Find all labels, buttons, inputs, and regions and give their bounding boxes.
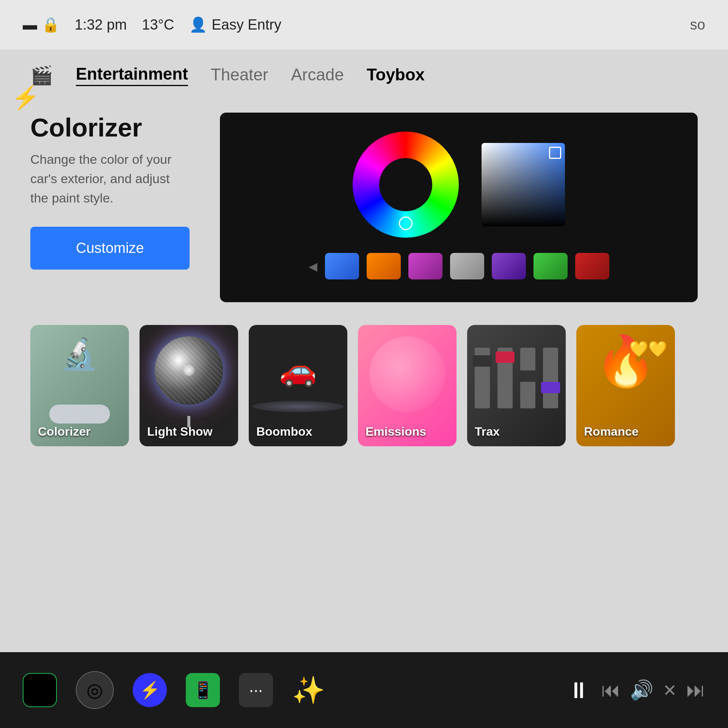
color-picker-controls xyxy=(239,132,679,238)
car-glow xyxy=(253,401,344,412)
bluetooth-logo: ⚡ xyxy=(140,680,160,700)
colorizer-description: Change the color of your car's exterior,… xyxy=(30,150,190,208)
app-label-colorizer: Colorizer xyxy=(38,425,91,439)
colorizer-title: Colorizer xyxy=(30,113,190,142)
car-icon: 🚗 xyxy=(279,353,317,388)
person-icon: 👤 xyxy=(189,16,207,33)
taskbar: ♫ ◎ ⚡ 📱 ··· ✨ ⏸ ⏮ 🔊 ✕ ⏭ xyxy=(0,652,728,728)
swatch-silver[interactable] xyxy=(450,253,484,279)
color-wheel-inner xyxy=(379,158,432,211)
lock-icon: 🔒 xyxy=(42,16,60,33)
slider-track-1 xyxy=(475,348,490,408)
swatch-green[interactable] xyxy=(533,253,568,279)
colorizer-section: Colorizer Change the color of your car's… xyxy=(0,97,728,317)
easy-entry-display: 👤 Easy Entry xyxy=(189,16,281,33)
star-logo: ✨ xyxy=(292,675,325,705)
green-app-icon[interactable]: 📱 xyxy=(186,673,220,707)
color-picker-preview: ◀ xyxy=(220,113,698,302)
mute-x-icon[interactable]: ✕ xyxy=(663,681,677,700)
slider-handle-4[interactable] xyxy=(541,382,560,393)
swatch-red[interactable] xyxy=(575,253,609,279)
disco-ball xyxy=(155,336,223,405)
color-swatches: ◀ xyxy=(309,253,609,279)
app-card-emissions[interactable]: Emissions xyxy=(358,325,457,446)
app-label-lightshow: Light Show xyxy=(147,425,212,439)
colorizer-card-icon: 🔬 xyxy=(61,336,99,372)
colorizer-info: Colorizer Change the color of your car's… xyxy=(30,113,190,270)
colorizer-card-blob xyxy=(49,405,110,424)
color-wheel[interactable] xyxy=(353,132,459,238)
customize-button[interactable]: Customize xyxy=(30,227,190,270)
taskbar-right: ⏸ ⏮ 🔊 ✕ ⏭ xyxy=(567,677,705,703)
spotify-icon[interactable]: ♫ xyxy=(23,673,57,707)
slider-handle-2[interactable] xyxy=(496,351,515,363)
status-right: so xyxy=(690,17,705,33)
slider-handle-3[interactable] xyxy=(518,370,537,382)
nav-tabs: 🎬 Entertainment Theater Arcade Toybox xyxy=(0,49,728,97)
trax-sliders xyxy=(475,333,558,408)
apps-section: 🔬 Colorizer Light Show 🚗 Boombox xyxy=(0,317,728,469)
swatch-blue[interactable] xyxy=(325,253,359,279)
app-label-emissions: Emissions xyxy=(366,425,426,439)
lightning-icon: ⚡ xyxy=(11,84,40,111)
dots-logo: ··· xyxy=(249,681,263,700)
app-card-boombox[interactable]: 🚗 Boombox xyxy=(249,325,347,446)
app-card-trax[interactable]: Trax xyxy=(467,325,566,446)
tab-toybox[interactable]: Toybox xyxy=(367,65,425,86)
color-wheel-handle[interactable] xyxy=(399,217,413,230)
swatches-arrow[interactable]: ◀ xyxy=(309,260,317,273)
app-card-colorizer[interactable]: 🔬 Colorizer xyxy=(30,325,129,446)
next-button[interactable]: ⏭ xyxy=(686,679,705,701)
star-icon[interactable]: ✨ xyxy=(292,675,325,706)
slider-track-3 xyxy=(520,348,535,408)
app-label-trax: Trax xyxy=(475,425,500,439)
dots-icon[interactable]: ··· xyxy=(239,673,273,707)
play-button[interactable]: ⏸ xyxy=(567,677,590,703)
mobilog-logo: ◎ xyxy=(86,679,103,701)
slider-handle-1[interactable] xyxy=(473,355,492,367)
main-content: 🎬 Entertainment Theater Arcade Toybox ⚡ … xyxy=(0,49,728,652)
apps-grid: 🔬 Colorizer Light Show 🚗 Boombox xyxy=(30,325,698,446)
swatch-violet[interactable] xyxy=(492,253,526,279)
color-wheel-container[interactable] xyxy=(353,132,459,238)
volume-icon: 🔊 xyxy=(630,679,653,701)
status-bar: ▬ 🔒 1:32 pm 13°C 👤 Easy Entry so xyxy=(0,0,728,49)
prev-button[interactable]: ⏮ xyxy=(601,679,620,701)
green-app-logo: 📱 xyxy=(193,680,213,700)
swatch-purple-pink[interactable] xyxy=(408,253,442,279)
temperature-display: 13°C xyxy=(142,17,174,33)
boombox-car-visual: 🚗 xyxy=(256,336,340,405)
spotify-logo: ♫ xyxy=(33,679,47,701)
app-card-lightshow[interactable]: Light Show xyxy=(140,325,238,446)
disco-center xyxy=(183,365,195,376)
emissions-bubble xyxy=(369,336,445,412)
app-label-boombox: Boombox xyxy=(256,425,312,439)
tab-entertainment[interactable]: Entertainment xyxy=(76,64,188,86)
signal-icon: ▬ xyxy=(23,17,37,33)
slider-track-2 xyxy=(497,348,513,408)
romance-hearts: 💛💛 xyxy=(629,340,667,358)
media-controls: ⏮ 🔊 ✕ ⏭ xyxy=(601,679,705,701)
bluetooth-icon[interactable]: ⚡ xyxy=(133,673,167,707)
mobilog-icon[interactable]: ◎ xyxy=(76,671,114,709)
tab-theater[interactable]: Theater xyxy=(211,65,268,86)
entertainment-icon: 🎬 xyxy=(30,65,53,86)
tab-arcade[interactable]: Arcade xyxy=(291,65,344,86)
time-display: 1:32 pm xyxy=(75,17,127,33)
lock-icon-area: ▬ 🔒 xyxy=(23,16,60,33)
color-saturation-picker[interactable] xyxy=(482,143,565,226)
app-card-romance[interactable]: 🔥 💛💛 Romance xyxy=(576,325,675,446)
app-label-romance: Romance xyxy=(584,425,639,439)
saturation-handle[interactable] xyxy=(549,147,561,159)
slider-track-4 xyxy=(543,348,558,408)
swatch-orange[interactable] xyxy=(367,253,401,279)
